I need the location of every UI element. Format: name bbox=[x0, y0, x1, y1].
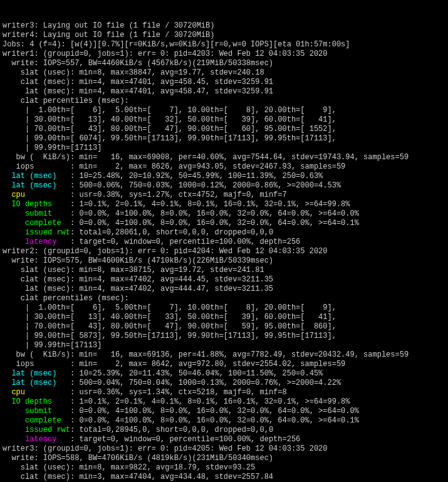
terminal-text: write: IOPS=575, BW=4600KiB/s (4710kB/s)… bbox=[3, 256, 273, 265]
terminal-line: IO depths : 1=0.1%, 2=0.1%, 4=0.1%, 8=0.… bbox=[3, 397, 448, 407]
terminal-line: | 1.00th=[ 6], 5.00th=[ 7], 10.00th=[ 8]… bbox=[3, 303, 448, 313]
terminal-line: cpu : usr=0.38%, sys=1.27%, ctx=4752, ma… bbox=[3, 191, 448, 200]
terminal-line: issued rwt: total=0,28945,0, short=0,0,0… bbox=[3, 426, 448, 435]
terminal-text: issued rwt bbox=[3, 426, 70, 434]
terminal-text: iops : min= 2, max= 8642, avg=972.80, st… bbox=[3, 360, 345, 369]
terminal-text: : 0=0.0%, 4=100.0%, 8=0.0%, 16=0.0%, 32=… bbox=[70, 219, 359, 228]
terminal-text: complete bbox=[3, 219, 70, 228]
terminal-text: : usr=0.38%, sys=1.27%, ctx=4752, majf=0… bbox=[70, 191, 287, 199]
terminal-line: | 99.99th=[17113] bbox=[3, 341, 448, 350]
terminal-text: clat (msec): min=4, max=47402, avg=444.4… bbox=[3, 275, 273, 284]
terminal-line: submit : 0=0.0%, 4=100.0%, 8=0.0%, 16=0.… bbox=[3, 209, 448, 219]
terminal-text: : 1=0.1%, 2=0.1%, 4=0.1%, 8=0.1%, 16=0.1… bbox=[70, 200, 350, 209]
terminal-line: write: IOPS=575, BW=4600KiB/s (4710kB/s)… bbox=[3, 256, 448, 266]
terminal-text: : 0=0.0%, 4=100.0%, 8=0.0%, 16=0.0%, 32=… bbox=[70, 209, 359, 218]
terminal-line: lat (msec) : 10=25.48%, 20=10.92%, 50=45… bbox=[3, 172, 448, 181]
terminal-line: write: IOPS=588, BW=4706KiB/s (4819kB/s)… bbox=[3, 454, 448, 463]
terminal-text: : 500=0.06%, 750=0.03%, 1000=0.12%, 2000… bbox=[70, 181, 341, 190]
terminal-line: latency : target=0, window=0, percentile… bbox=[3, 435, 448, 444]
terminal-text: : 1=0.1%, 2=0.1%, 4=0.1%, 8=0.1%, 16=0.1… bbox=[70, 397, 350, 406]
terminal-line: | 30.00th=[ 13], 40.00th=[ 32], 50.00th=… bbox=[3, 115, 448, 125]
terminal-text: : 0=0.0%, 4=100.0%, 8=0.0%, 16=0.0%, 32=… bbox=[70, 407, 359, 416]
terminal-text: bw ( KiB/s): min= 16, max=69008, per=40.… bbox=[3, 153, 409, 162]
terminal-text: cpu bbox=[3, 388, 70, 397]
terminal-text: write: IOPS=588, BW=4706KiB/s (4819kB/s)… bbox=[3, 454, 273, 463]
terminal-text: : 500=0.04%, 750=0.04%, 1000=0.13%, 2000… bbox=[70, 379, 341, 387]
terminal-line: | 70.00th=[ 43], 80.00th=[ 47], 90.00th=… bbox=[3, 322, 448, 332]
terminal-text: Jobs: 4 (f=4): [w(4)][0.7%][r=0KiB/s,w=0… bbox=[3, 40, 350, 49]
terminal-line: | 99.99th=[17113] bbox=[3, 144, 448, 153]
terminal-line: writer3: Laying out IO file (1 file / 30… bbox=[3, 21, 448, 31]
terminal-line: slat (usec): min=8, max=9822, avg=18.79,… bbox=[3, 463, 448, 473]
terminal-line: writer2: (groupid=0, jobs=1): err= 0: pi… bbox=[3, 247, 448, 256]
terminal-text: : target=0, window=0, percentile=100.00%… bbox=[70, 238, 300, 246]
terminal-text: bw ( KiB/s): min= 16, max=69136, per=41.… bbox=[3, 350, 409, 359]
terminal-line: slat (usec): min=8, max=38847, avg=19.77… bbox=[3, 68, 448, 78]
terminal-text: | 30.00th=[ 13], 40.00th=[ 32], 50.00th=… bbox=[3, 115, 336, 124]
terminal-line: Jobs: 4 (f=4): [w(4)][0.7%][r=0KiB/s,w=0… bbox=[3, 40, 448, 50]
terminal-text: write: IOPS=557, BW=4460KiB/s (4567kB/s)… bbox=[3, 59, 273, 68]
terminal-line: IO depths : 1=0.1%, 2=0.1%, 4=0.1%, 8=0.… bbox=[3, 200, 448, 209]
terminal-text: | 99.00th=[ 5873], 99.50th=[17113], 99.9… bbox=[3, 332, 336, 340]
terminal-line: clat (msec): min=4, max=47401, avg=458.4… bbox=[3, 78, 448, 87]
terminal-line: | 30.00th=[ 13], 40.00th=[ 33], 50.00th=… bbox=[3, 313, 448, 322]
terminal-line: writer4: Laying out IO file (1 file / 30… bbox=[3, 31, 448, 40]
terminal-text: latency bbox=[3, 238, 70, 246]
terminal-line: | 99.00th=[ 5873], 99.50th=[17113], 99.9… bbox=[3, 332, 448, 341]
terminal-line: write: IOPS=557, BW=4460KiB/s (4567kB/s)… bbox=[3, 59, 448, 68]
terminal-line: complete : 0=0.0%, 4=100.0%, 8=0.0%, 16=… bbox=[3, 416, 448, 426]
terminal-line: clat (msec): min=3, max=47404, avg=434.4… bbox=[3, 473, 448, 482]
terminal-text: : usr=0.36%, sys=1.34%, ctx=5218, majf=0… bbox=[70, 388, 287, 397]
terminal-text: clat percentiles (msec): bbox=[3, 294, 129, 303]
terminal-text: lat (msec) bbox=[3, 369, 70, 378]
terminal-text: lat (msec) bbox=[3, 379, 70, 387]
terminal-line: | 70.00th=[ 43], 80.00th=[ 47], 90.00th=… bbox=[3, 125, 448, 134]
terminal-text: | 99.99th=[17113] bbox=[3, 341, 102, 350]
terminal-text: clat (msec): min=3, max=47404, avg=434.4… bbox=[3, 473, 273, 481]
terminal-text: : total=0,28945,0, short=0,0,0, dropped=… bbox=[70, 426, 273, 434]
terminal-line: lat (msec): min=4, max=47401, avg=458.47… bbox=[3, 87, 448, 97]
terminal-line: lat (msec): min=4, max=47402, avg=444.47… bbox=[3, 285, 448, 294]
terminal-text: writer1: (groupid=0, jobs=1): err= 0: pi… bbox=[3, 50, 327, 58]
terminal-text: IO depths bbox=[3, 397, 70, 406]
terminal-text: : target=0, window=0, percentile=100.00%… bbox=[70, 435, 300, 444]
terminal-text: cpu bbox=[3, 191, 70, 199]
terminal-text: : 0=0.0%, 4=100.0%, 8=0.0%, 16=0.0%, 32=… bbox=[70, 416, 359, 425]
terminal-line: clat percentiles (msec): bbox=[3, 97, 448, 106]
terminal-line: latency : target=0, window=0, percentile… bbox=[3, 238, 448, 247]
terminal-line: bw ( KiB/s): min= 16, max=69136, per=41.… bbox=[3, 350, 448, 360]
terminal-line: issued rwt: total=0,28061,0, short=0,0,0… bbox=[3, 228, 448, 238]
terminal-text: lat (msec): min=4, max=47401, avg=458.47… bbox=[3, 87, 273, 96]
terminal-text: submit bbox=[3, 209, 70, 218]
terminal-text: lat (msec) bbox=[3, 181, 70, 190]
terminal-output: writer3: Laying out IO file (1 file / 30… bbox=[3, 21, 448, 482]
terminal-text: lat (msec) bbox=[3, 172, 70, 181]
terminal-text: : 10=25.39%, 20=11.43%, 50=46.04%, 100=1… bbox=[70, 369, 323, 378]
terminal-text: | 1.00th=[ 6], 5.00th=[ 7], 10.00th=[ 8]… bbox=[3, 106, 336, 115]
terminal-line: slat (usec): min=8, max=38715, avg=19.72… bbox=[3, 266, 448, 275]
terminal-line: cpu : usr=0.36%, sys=1.34%, ctx=5218, ma… bbox=[3, 388, 448, 397]
terminal-text: iops : min= 2, max= 8626, avg=943.05, st… bbox=[3, 162, 345, 171]
terminal-line: iops : min= 2, max= 8642, avg=972.80, st… bbox=[3, 360, 448, 369]
terminal-text: lat (msec): min=4, max=47402, avg=444.47… bbox=[3, 285, 273, 293]
terminal-text: | 30.00th=[ 13], 40.00th=[ 33], 50.00th=… bbox=[3, 313, 336, 322]
terminal-line: iops : min= 2, max= 8626, avg=943.05, st… bbox=[3, 162, 448, 172]
terminal-text: latency bbox=[3, 435, 70, 444]
terminal-line: | 99.00th=[ 6074], 99.50th=[17113], 99.9… bbox=[3, 134, 448, 144]
terminal-line: clat (msec): min=4, max=47402, avg=444.4… bbox=[3, 275, 448, 285]
terminal-line: lat (msec) : 10=25.39%, 20=11.43%, 50=46… bbox=[3, 369, 448, 379]
terminal-line: clat percentiles (msec): bbox=[3, 294, 448, 303]
terminal-text: slat (usec): min=8, max=38715, avg=19.72… bbox=[3, 266, 264, 275]
terminal-text: clat (msec): min=4, max=47401, avg=458.4… bbox=[3, 78, 273, 86]
terminal-text: clat percentiles (msec): bbox=[3, 97, 129, 105]
terminal-text: | 70.00th=[ 43], 80.00th=[ 47], 90.00th=… bbox=[3, 125, 336, 134]
terminal-line: lat (msec) : 500=0.06%, 750=0.03%, 1000=… bbox=[3, 181, 448, 191]
terminal-text: | 1.00th=[ 6], 5.00th=[ 7], 10.00th=[ 8]… bbox=[3, 303, 336, 312]
terminal-line: lat (msec) : 500=0.04%, 750=0.04%, 1000=… bbox=[3, 379, 448, 388]
terminal-line: | 1.00th=[ 6], 5.00th=[ 7], 10.00th=[ 8]… bbox=[3, 106, 448, 115]
terminal-text: complete bbox=[3, 416, 70, 425]
terminal-line: submit : 0=0.0%, 4=100.0%, 8=0.0%, 16=0.… bbox=[3, 407, 448, 416]
terminal-text: slat (usec): min=8, max=9822, avg=18.79,… bbox=[3, 463, 255, 472]
terminal-text: writer2: (groupid=0, jobs=1): err= 0: pi… bbox=[3, 247, 327, 256]
terminal-text: : total=0,28061,0, short=0,0,0, dropped=… bbox=[70, 228, 273, 237]
